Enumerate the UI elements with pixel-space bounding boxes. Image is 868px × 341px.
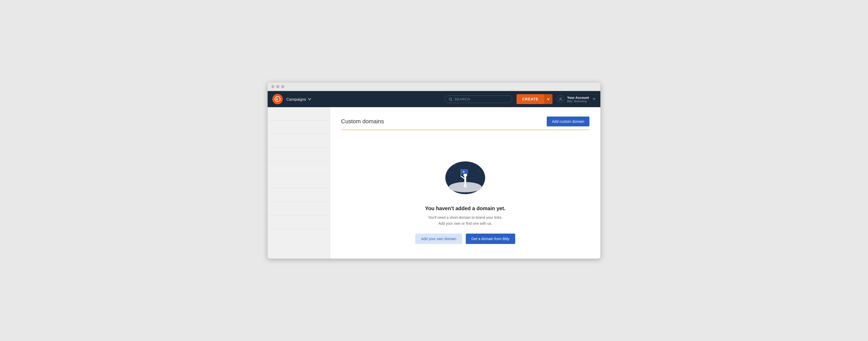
sidebar-item-1[interactable] [268,107,330,121]
sidebar-item-5[interactable] [268,161,330,175]
account-name: Your Account [567,96,589,100]
search-bar[interactable] [445,96,513,103]
page-title: Custom domains [341,118,384,125]
browser-window: b Campaigns CREATE [268,82,600,259]
empty-state: b You haven't added a domain yet. You'll… [341,140,589,249]
browser-dot-close[interactable] [271,85,274,88]
svg-point-10 [470,166,470,167]
svg-text:b: b [463,170,465,173]
user-icon [558,97,563,101]
empty-state-illustration: b [442,151,489,198]
content-header: Custom domains Add custom domain [341,116,589,130]
empty-subtitle-line1: You'll need a short domain to brand your… [428,215,502,219]
sidebar-item-7[interactable] [268,188,330,202]
create-btn-group: CREATE [517,94,553,104]
svg-point-11 [459,161,460,162]
bitly-logo[interactable]: b [272,94,283,104]
search-input[interactable] [455,97,508,101]
sidebar-item-9[interactable] [268,215,330,229]
browser-dot-maximize[interactable] [281,85,284,88]
campaigns-label: Campaigns [286,97,306,101]
account-sub: Bitly: Marketing [567,100,589,103]
sidebar-item-8[interactable] [268,202,330,215]
account-chevron-icon [593,97,596,101]
account-text-block: Your Account Bitly: Marketing [567,96,589,103]
sidebar-item-2[interactable] [268,121,330,134]
campaigns-chevron-icon [308,97,311,101]
search-icon [448,97,453,101]
sidebar-item-6[interactable] [268,175,330,188]
add-own-domain-button[interactable]: Add your own domain [415,234,462,244]
browser-chrome [268,82,600,91]
create-dropdown-button[interactable] [544,94,553,104]
chevron-down-icon [547,98,550,101]
navbar: b Campaigns CREATE [268,91,600,107]
browser-dot-minimize[interactable] [276,85,279,88]
account-avatar-icon [557,95,564,103]
svg-point-7 [474,162,475,163]
empty-subtitle-line2: Add your own or find one with us. [438,221,492,226]
svg-point-4 [560,98,561,99]
add-custom-domain-button[interactable]: Add custom domain [547,116,589,127]
svg-point-9 [451,172,452,172]
svg-line-3 [451,100,452,101]
campaigns-nav[interactable]: Campaigns [286,97,311,101]
main-content: Custom domains Add custom domain [330,107,600,259]
empty-state-title: You haven't added a domain yet. [425,205,505,211]
sidebar [268,107,330,259]
create-button[interactable]: CREATE [517,94,545,104]
svg-text:b: b [276,97,278,101]
svg-rect-13 [464,176,466,183]
svg-point-8 [479,171,479,171]
empty-state-actions: Add your own domain Get a domain from Bi… [415,234,515,244]
empty-state-subtitle: You'll need a short domain to brand your… [428,214,502,226]
sidebar-item-4[interactable] [268,148,330,161]
sidebar-item-3[interactable] [268,134,330,148]
account-menu[interactable]: Your Account Bitly: Marketing [557,95,596,103]
svg-point-6 [454,165,455,165]
get-domain-from-bitly-button[interactable]: Get a domain from Bitly [466,234,515,244]
main-layout: Custom domains Add custom domain [268,107,600,259]
